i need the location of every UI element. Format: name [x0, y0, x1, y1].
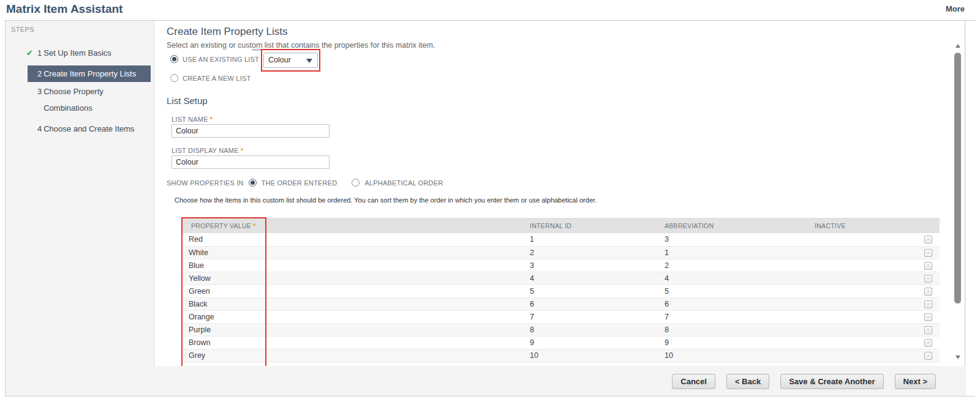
inactive-checkbox[interactable]: × [924, 339, 932, 347]
create-new-list-radio[interactable] [170, 74, 178, 82]
subtitle-text: Select an existing or cust [167, 41, 252, 50]
property-table: PROPERTY VALUE* INTERNAL ID ABBREVIATION… [183, 218, 940, 362]
inactive-checkbox[interactable]: × [924, 288, 932, 296]
internal-id-cell: 1 [530, 233, 665, 246]
inactive-checkbox[interactable]: × [924, 300, 932, 308]
inactive-checkbox[interactable]: × [924, 249, 932, 257]
order-entered-radio[interactable] [249, 179, 257, 187]
property-value-header: PROPERTY VALUE* [183, 218, 530, 233]
inactive-cell: × [815, 323, 940, 336]
back-button[interactable]: < Back [726, 374, 769, 389]
scrollbar-gutter [966, 21, 975, 396]
subtitle-underlined-text: om list that contains [252, 41, 319, 50]
inactive-checkbox[interactable]: × [924, 352, 932, 360]
inactive-cell: × [815, 336, 940, 349]
sidebar-step-2[interactable]: 2Create Item Property Lists [28, 65, 151, 82]
existing-list-select[interactable]: Colour [263, 53, 318, 68]
chevron-down-icon [306, 59, 312, 63]
scroll-down-arrow-icon[interactable] [956, 355, 960, 359]
inactive-checkbox[interactable]: × [924, 236, 932, 244]
property-value-cell: Orange [183, 310, 530, 323]
property-value-cell: Green [183, 285, 530, 297]
property-value-cell: Red [183, 233, 530, 246]
create-new-list-option: CREATE A NEW LIST [170, 74, 251, 82]
main-panel: Create Item Property Lists Select an exi… [154, 21, 965, 366]
inactive-cell: × [815, 233, 940, 246]
alphabetical-order-radio[interactable] [352, 179, 360, 187]
internal-id-cell: 2 [530, 246, 665, 259]
step-label: Set Up Item Basics [43, 45, 111, 61]
inactive-cell: × [815, 349, 940, 362]
list-setup-heading: List Setup [167, 95, 208, 106]
internal-id-header: INTERNAL ID [530, 218, 665, 233]
list-display-name-label: LIST DISPLAY NAME* [172, 147, 243, 154]
step-number: 4 [37, 124, 42, 133]
step-number: 1 [37, 48, 42, 58]
steps-list: ✔1Set Up Item Basics2Create Item Propert… [6, 21, 154, 396]
abbreviation-cell: 4 [665, 272, 815, 285]
table-row: Red13× [183, 233, 940, 246]
inactive-checkbox[interactable]: × [924, 275, 932, 283]
next-button[interactable]: Next > [895, 374, 936, 389]
abbreviation-cell: 1 [665, 246, 815, 259]
cancel-button[interactable]: Cancel [672, 374, 715, 389]
internal-id-cell: 3 [530, 259, 665, 272]
order-help-text: Choose how the items in this custom list… [175, 196, 597, 204]
inactive-cell: × [815, 310, 940, 323]
abbreviation-cell: 8 [665, 323, 815, 336]
footer-button-bar: Cancel< BackSave & Create AnotherNext > [672, 374, 936, 389]
inactive-cell: × [815, 259, 940, 272]
required-star: * [253, 222, 255, 229]
use-existing-list-radio[interactable] [170, 55, 178, 63]
internal-id-cell: 10 [530, 349, 665, 362]
property-value-cell: Purple [183, 323, 530, 336]
sidebar-step-1[interactable]: ✔1Set Up Item Basics [6, 45, 154, 61]
internal-id-cell: 5 [530, 285, 665, 297]
abbreviation-cell: 9 [665, 336, 815, 349]
abbreviation-header: ABBREVIATION [665, 218, 815, 233]
use-existing-list-label: USE AN EXISTING LIST [183, 56, 259, 63]
inactive-checkbox[interactable]: × [924, 313, 932, 321]
table-row: Black66× [183, 297, 940, 310]
show-properties-row: SHOW PROPERTIES IN THE ORDER ENTERED ALP… [167, 179, 443, 187]
existing-list-select-value: Colour [268, 56, 291, 64]
step-label: Choose and Create Items [43, 121, 134, 137]
internal-id-cell: 4 [530, 272, 665, 285]
property-value-cell: Yellow [183, 272, 530, 285]
create-new-list-label: CREATE A NEW LIST [183, 75, 251, 82]
internal-id-cell: 8 [530, 323, 665, 336]
table-row: Purple88× [183, 323, 940, 336]
table-row: Brown99× [183, 336, 940, 349]
subtitle-text: the properties for this matrix item. [319, 41, 435, 50]
list-name-label-text: LIST NAME [172, 116, 208, 123]
list-display-name-input[interactable] [172, 155, 330, 169]
step-complete-check-icon: ✔ [26, 45, 33, 61]
list-name-input[interactable] [172, 124, 330, 138]
inactive-cell: × [815, 297, 940, 310]
sidebar-step-3[interactable]: 3Choose Property Combinations [6, 83, 154, 116]
internal-id-cell: 7 [530, 310, 665, 323]
internal-id-cell: 6 [530, 297, 665, 310]
list-name-label: LIST NAME* [172, 116, 213, 123]
abbreviation-cell: 5 [665, 285, 815, 297]
abbreviation-cell: 2 [665, 259, 815, 272]
abbreviation-cell: 3 [665, 233, 815, 246]
property-value-cell: Grey [183, 349, 530, 362]
sidebar-step-4[interactable]: 4Choose and Create Items [6, 121, 154, 137]
save-create-another-button[interactable]: Save & Create Another [780, 374, 883, 389]
table-row: Blue32× [183, 259, 940, 272]
property-value-cell: Brown [183, 336, 530, 349]
alphabetical-order-label: ALPHABETICAL ORDER [364, 179, 443, 187]
show-properties-label: SHOW PROPERTIES IN [167, 179, 244, 187]
required-star: * [241, 147, 243, 154]
more-link[interactable]: More [946, 4, 965, 13]
property-value-cell: Black [183, 297, 530, 310]
step-label: Choose Property Combinations [43, 83, 148, 116]
inactive-checkbox[interactable]: × [924, 326, 932, 334]
scroll-up-arrow-icon[interactable] [956, 44, 960, 48]
panel-scrollbar[interactable] [954, 21, 962, 366]
required-star: * [210, 116, 213, 123]
inactive-checkbox[interactable]: × [924, 262, 932, 270]
list-display-name-label-text: LIST DISPLAY NAME [172, 147, 239, 154]
scrollbar-thumb[interactable] [954, 53, 961, 303]
